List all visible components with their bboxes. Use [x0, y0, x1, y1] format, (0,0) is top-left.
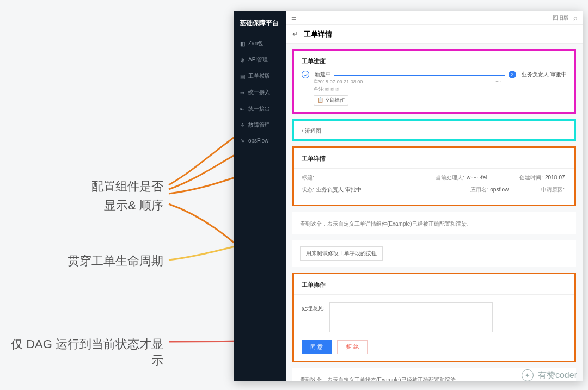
- test-button-card: 用来测试修改工单字段的按钮: [292, 240, 576, 267]
- step2-owner: 王····: [491, 78, 501, 85]
- out-icon: ⇤: [240, 106, 245, 112]
- detail-card: 工单详情 标题: 当前处理人:w····· ·fei 创建时间:2018-07-…: [292, 146, 576, 206]
- app-window: 基础保障平台 ◧Zan包 ⊕API管理 ▤工单模版 ⇥统一接入 ⇤统一接出 ⚠故…: [234, 11, 583, 381]
- flowchart-panel[interactable]: › 流程图: [292, 119, 576, 141]
- api-icon: ⊕: [240, 57, 245, 63]
- sidebar-title: 基础保障平台: [234, 11, 286, 35]
- annotation-dag: 仅 DAG 运行到当前状态才显示: [5, 336, 163, 369]
- operation-card: 工单操作 处理意见: 同 意 拒 绝: [292, 273, 576, 362]
- menu-icon[interactable]: ☰: [291, 15, 296, 21]
- step2-label: 业务负责人-审批中: [522, 71, 567, 78]
- step1-remark: 备注:哈哈哈: [314, 86, 567, 94]
- sidebar-item-template[interactable]: ▤工单模版: [234, 68, 286, 84]
- content-area: 工单进度 新建中 2 业务负责人-审批中 ©2018-07-09 21:08:0…: [286, 44, 583, 381]
- progress-heading: 工单进度: [302, 57, 567, 65]
- flow-icon: ∿: [240, 138, 245, 144]
- opinion-label: 处理意见:: [302, 305, 325, 312]
- chevron-right-icon: ›: [302, 128, 303, 134]
- sidebar-item-api[interactable]: ⊕API管理: [234, 52, 286, 68]
- search-icon[interactable]: ⌕: [573, 14, 577, 22]
- custom-detail-note: 看到这个，表示自定义工单详情组件(Example)已经被正确配置和渲染.: [292, 212, 576, 234]
- template-icon: ▤: [240, 73, 245, 79]
- opinion-textarea[interactable]: [329, 302, 493, 332]
- check-icon: [302, 71, 309, 78]
- wechat-icon: ✦: [522, 369, 534, 381]
- package-icon: ◧: [240, 41, 245, 47]
- step2-number: 2: [509, 71, 516, 78]
- old-version-link[interactable]: 回旧版: [553, 14, 569, 22]
- annotation-lifecycle: 贯穿工单生命周期: [27, 253, 163, 269]
- page-title: 工单详情: [304, 29, 332, 39]
- operation-heading: 工单操作: [302, 281, 567, 289]
- sidebar-item-fault[interactable]: ⚠故障管理: [234, 117, 286, 133]
- annotation-config: 配置组件是否 显示& 顺序: [5, 177, 163, 215]
- page-header: ↵ 工单详情: [286, 25, 583, 44]
- alert-icon: ⚠: [240, 122, 245, 128]
- sidebar-item-zan[interactable]: ◧Zan包: [234, 35, 286, 52]
- sidebar-item-opsflow[interactable]: ∿opsFlow: [234, 133, 286, 148]
- all-operations-button[interactable]: 📋 全部操作: [314, 95, 348, 106]
- step1-timestamp: ©2018-07-09 21:08:00: [314, 78, 567, 86]
- sidebar-item-in[interactable]: ⇥统一接入: [234, 84, 286, 101]
- progress-card: 工单进度 新建中 2 业务负责人-审批中 ©2018-07-09 21:08:0…: [292, 49, 576, 114]
- topbar: ☰ 回旧版 ⌕: [286, 11, 583, 25]
- sidebar: 基础保障平台 ◧Zan包 ⊕API管理 ▤工单模版 ⇥统一接入 ⇤统一接出 ⚠故…: [234, 11, 286, 381]
- sidebar-item-out[interactable]: ⇤统一接出: [234, 101, 286, 117]
- back-icon[interactable]: ↵: [292, 30, 298, 38]
- agree-button[interactable]: 同 意: [302, 340, 332, 354]
- step1-label: 新建中: [315, 71, 331, 78]
- step-line: [334, 75, 505, 76]
- reject-button[interactable]: 拒 绝: [337, 340, 368, 354]
- watermark: ✦ 有赞coder: [522, 369, 577, 381]
- detail-heading: 工单详情: [302, 154, 567, 163]
- test-modify-button[interactable]: 用来测试修改工单字段的按钮: [300, 246, 383, 261]
- in-icon: ⇥: [240, 90, 245, 96]
